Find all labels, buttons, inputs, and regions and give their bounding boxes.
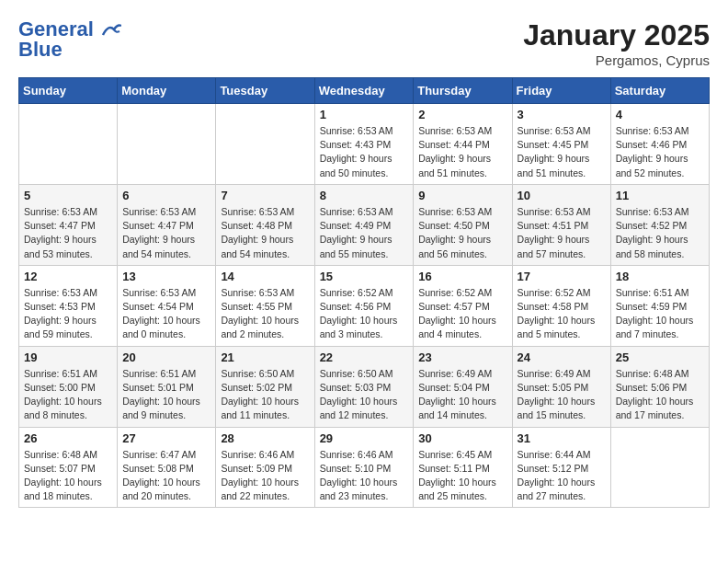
day-number: 21 bbox=[221, 350, 309, 364]
calendar-cell: 9Sunrise: 6:53 AM Sunset: 4:50 PM Daylig… bbox=[414, 184, 512, 265]
calendar-cell: 22Sunrise: 6:50 AM Sunset: 5:03 PM Dayli… bbox=[314, 346, 414, 427]
day-info: Sunrise: 6:53 AM Sunset: 4:48 PM Dayligh… bbox=[221, 205, 309, 261]
calendar-cell bbox=[118, 104, 216, 185]
calendar-cell: 2Sunrise: 6:53 AM Sunset: 4:44 PM Daylig… bbox=[414, 104, 512, 185]
week-row-5: 26Sunrise: 6:48 AM Sunset: 5:07 PM Dayli… bbox=[19, 427, 710, 508]
day-number: 4 bbox=[616, 108, 704, 121]
calendar-cell: 10Sunrise: 6:53 AM Sunset: 4:51 PM Dayli… bbox=[512, 184, 610, 265]
week-row-2: 5Sunrise: 6:53 AM Sunset: 4:47 PM Daylig… bbox=[19, 184, 710, 265]
logo-line2: Blue bbox=[18, 39, 121, 61]
day-info: Sunrise: 6:51 AM Sunset: 5:00 PM Dayligh… bbox=[24, 367, 112, 423]
calendar-cell: 18Sunrise: 6:51 AM Sunset: 4:59 PM Dayli… bbox=[610, 265, 709, 346]
calendar-cell: 4Sunrise: 6:53 AM Sunset: 4:46 PM Daylig… bbox=[610, 104, 709, 185]
weekday-header-row: SundayMondayTuesdayWednesdayThursdayFrid… bbox=[19, 78, 710, 104]
day-info: Sunrise: 6:53 AM Sunset: 4:47 PM Dayligh… bbox=[24, 205, 112, 261]
day-info: Sunrise: 6:47 AM Sunset: 5:08 PM Dayligh… bbox=[122, 448, 210, 504]
day-number: 12 bbox=[24, 270, 112, 283]
day-info: Sunrise: 6:53 AM Sunset: 4:44 PM Dayligh… bbox=[418, 124, 506, 180]
day-number: 20 bbox=[122, 350, 210, 364]
day-info: Sunrise: 6:53 AM Sunset: 4:52 PM Dayligh… bbox=[616, 205, 704, 261]
calendar-cell: 12Sunrise: 6:53 AM Sunset: 4:53 PM Dayli… bbox=[19, 265, 118, 346]
calendar-cell: 27Sunrise: 6:47 AM Sunset: 5:08 PM Dayli… bbox=[118, 427, 216, 508]
day-info: Sunrise: 6:53 AM Sunset: 4:47 PM Dayligh… bbox=[122, 205, 210, 261]
calendar-cell: 31Sunrise: 6:44 AM Sunset: 5:12 PM Dayli… bbox=[512, 427, 610, 508]
location-subtitle: Pergamos, Cyprus bbox=[523, 52, 710, 68]
day-info: Sunrise: 6:48 AM Sunset: 5:07 PM Dayligh… bbox=[24, 448, 112, 504]
calendar-cell: 7Sunrise: 6:53 AM Sunset: 4:48 PM Daylig… bbox=[216, 184, 314, 265]
day-info: Sunrise: 6:50 AM Sunset: 5:02 PM Dayligh… bbox=[221, 367, 309, 423]
calendar-cell: 15Sunrise: 6:52 AM Sunset: 4:56 PM Dayli… bbox=[314, 265, 414, 346]
day-number: 9 bbox=[418, 189, 506, 202]
day-number: 23 bbox=[418, 350, 506, 364]
day-info: Sunrise: 6:52 AM Sunset: 4:56 PM Dayligh… bbox=[320, 286, 409, 342]
calendar-cell: 23Sunrise: 6:49 AM Sunset: 5:04 PM Dayli… bbox=[414, 346, 512, 427]
day-info: Sunrise: 6:53 AM Sunset: 4:55 PM Dayligh… bbox=[221, 286, 309, 342]
day-number: 26 bbox=[24, 431, 112, 445]
day-info: Sunrise: 6:53 AM Sunset: 4:53 PM Dayligh… bbox=[24, 286, 112, 342]
calendar-cell: 3Sunrise: 6:53 AM Sunset: 4:45 PM Daylig… bbox=[512, 104, 610, 185]
day-number: 6 bbox=[122, 189, 210, 202]
logo: General Blue bbox=[18, 18, 121, 61]
day-number: 22 bbox=[320, 350, 409, 364]
day-number: 31 bbox=[518, 431, 606, 445]
day-info: Sunrise: 6:45 AM Sunset: 5:11 PM Dayligh… bbox=[418, 448, 506, 504]
calendar-cell: 24Sunrise: 6:49 AM Sunset: 5:05 PM Dayli… bbox=[512, 346, 610, 427]
calendar-cell: 21Sunrise: 6:50 AM Sunset: 5:02 PM Dayli… bbox=[216, 346, 314, 427]
calendar-cell: 5Sunrise: 6:53 AM Sunset: 4:47 PM Daylig… bbox=[19, 184, 118, 265]
calendar-cell: 6Sunrise: 6:53 AM Sunset: 4:47 PM Daylig… bbox=[118, 184, 216, 265]
day-info: Sunrise: 6:44 AM Sunset: 5:12 PM Dayligh… bbox=[518, 448, 606, 504]
calendar-cell: 28Sunrise: 6:46 AM Sunset: 5:09 PM Dayli… bbox=[216, 427, 314, 508]
day-info: Sunrise: 6:49 AM Sunset: 5:04 PM Dayligh… bbox=[418, 367, 506, 423]
calendar-cell bbox=[19, 104, 118, 185]
day-number: 30 bbox=[418, 431, 506, 445]
day-number: 15 bbox=[320, 270, 409, 283]
weekday-header-thursday: Thursday bbox=[414, 78, 512, 104]
day-number: 5 bbox=[24, 189, 112, 202]
day-number: 1 bbox=[320, 108, 409, 121]
month-title: January 2025 bbox=[523, 18, 710, 52]
day-number: 29 bbox=[320, 431, 409, 445]
calendar-cell: 1Sunrise: 6:53 AM Sunset: 4:43 PM Daylig… bbox=[314, 104, 414, 185]
day-info: Sunrise: 6:53 AM Sunset: 4:54 PM Dayligh… bbox=[122, 286, 210, 342]
calendar-cell: 13Sunrise: 6:53 AM Sunset: 4:54 PM Dayli… bbox=[118, 265, 216, 346]
day-number: 19 bbox=[24, 350, 112, 364]
weekday-header-tuesday: Tuesday bbox=[216, 78, 314, 104]
day-info: Sunrise: 6:53 AM Sunset: 4:49 PM Dayligh… bbox=[320, 205, 409, 261]
calendar-cell: 11Sunrise: 6:53 AM Sunset: 4:52 PM Dayli… bbox=[610, 184, 709, 265]
logo-bird-icon bbox=[101, 22, 121, 39]
page-header: General Blue January 2025 Pergamos, Cypr… bbox=[18, 18, 710, 68]
day-info: Sunrise: 6:53 AM Sunset: 4:51 PM Dayligh… bbox=[518, 205, 606, 261]
day-info: Sunrise: 6:48 AM Sunset: 5:06 PM Dayligh… bbox=[616, 367, 704, 423]
day-number: 13 bbox=[122, 270, 210, 283]
week-row-4: 19Sunrise: 6:51 AM Sunset: 5:00 PM Dayli… bbox=[19, 346, 710, 427]
day-number: 28 bbox=[221, 431, 309, 445]
day-number: 17 bbox=[518, 270, 606, 283]
day-number: 11 bbox=[616, 189, 704, 202]
day-info: Sunrise: 6:46 AM Sunset: 5:10 PM Dayligh… bbox=[320, 448, 409, 504]
weekday-header-sunday: Sunday bbox=[19, 78, 118, 104]
calendar-cell bbox=[610, 427, 709, 508]
calendar-cell: 16Sunrise: 6:52 AM Sunset: 4:57 PM Dayli… bbox=[414, 265, 512, 346]
day-info: Sunrise: 6:49 AM Sunset: 5:05 PM Dayligh… bbox=[518, 367, 606, 423]
day-info: Sunrise: 6:52 AM Sunset: 4:58 PM Dayligh… bbox=[518, 286, 606, 342]
day-number: 18 bbox=[616, 270, 704, 283]
day-number: 16 bbox=[418, 270, 506, 283]
day-number: 3 bbox=[518, 108, 606, 121]
day-info: Sunrise: 6:51 AM Sunset: 5:01 PM Dayligh… bbox=[122, 367, 210, 423]
day-number: 24 bbox=[518, 350, 606, 364]
day-info: Sunrise: 6:53 AM Sunset: 4:43 PM Dayligh… bbox=[320, 124, 409, 180]
day-number: 14 bbox=[221, 270, 309, 283]
week-row-3: 12Sunrise: 6:53 AM Sunset: 4:53 PM Dayli… bbox=[19, 265, 710, 346]
day-info: Sunrise: 6:53 AM Sunset: 4:50 PM Dayligh… bbox=[418, 205, 506, 261]
weekday-header-saturday: Saturday bbox=[610, 78, 709, 104]
day-number: 27 bbox=[122, 431, 210, 445]
calendar-cell: 20Sunrise: 6:51 AM Sunset: 5:01 PM Dayli… bbox=[118, 346, 216, 427]
calendar-cell: 8Sunrise: 6:53 AM Sunset: 4:49 PM Daylig… bbox=[314, 184, 414, 265]
calendar-cell: 19Sunrise: 6:51 AM Sunset: 5:00 PM Dayli… bbox=[19, 346, 118, 427]
day-number: 8 bbox=[320, 189, 409, 202]
day-info: Sunrise: 6:50 AM Sunset: 5:03 PM Dayligh… bbox=[320, 367, 409, 423]
weekday-header-friday: Friday bbox=[512, 78, 610, 104]
calendar-cell: 26Sunrise: 6:48 AM Sunset: 5:07 PM Dayli… bbox=[19, 427, 118, 508]
calendar-cell: 25Sunrise: 6:48 AM Sunset: 5:06 PM Dayli… bbox=[610, 346, 709, 427]
weekday-header-wednesday: Wednesday bbox=[314, 78, 414, 104]
